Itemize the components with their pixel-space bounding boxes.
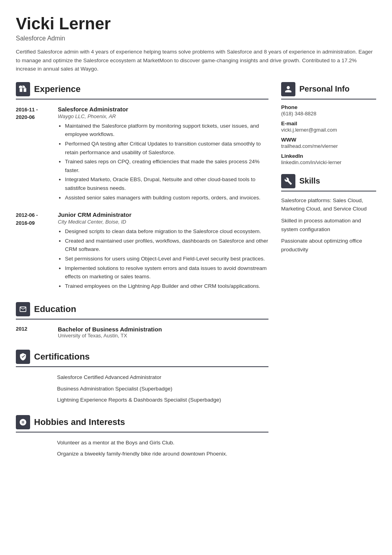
education-title: Education bbox=[34, 304, 76, 314]
exp2-bullet-3: Set permissions for users using Object-L… bbox=[65, 255, 268, 263]
skill-item-3: Passionate about optimizing office produ… bbox=[281, 237, 376, 254]
exp2-bullet-4: Implemented solutions to resolve system … bbox=[65, 264, 268, 281]
exp1-bullet-5: Assisted senior sales managers with buil… bbox=[65, 193, 268, 202]
exp2-bullet-1: Designed scripts to clean data before mi… bbox=[65, 227, 268, 236]
hobbies-section: Hobbies and Interests Volunteer as a men… bbox=[16, 415, 268, 458]
phone-value: (618) 348-8828 bbox=[281, 111, 376, 117]
personal-info-title: Personal Info bbox=[299, 84, 350, 94]
exp-entry-1: 2016-11 - 2020-06 Salesforce Administrat… bbox=[16, 106, 268, 203]
edu-entry-1: 2012 Bachelor of Business Administration… bbox=[16, 326, 268, 339]
education-section: Education 2012 Bachelor of Business Admi… bbox=[16, 302, 268, 339]
linkedin-block: LinkedIn linkedin.com/in/vicki-lerner bbox=[281, 153, 376, 165]
www-block: WWW trailhead.com/me/vlerner bbox=[281, 137, 376, 149]
skills-section: Skills Salesforce platforms: Sales Cloud… bbox=[281, 174, 376, 254]
exp2-bullet-2: Created and maintained user profiles, wo… bbox=[65, 237, 268, 254]
exp-entry-2: 2012-06 - 2016-09 Junior CRM Administrat… bbox=[16, 211, 268, 291]
www-value: trailhead.com/me/vlerner bbox=[281, 143, 376, 149]
cert-item-3: Lightning Experience Reports & Dashboard… bbox=[57, 396, 268, 404]
exp1-bullet-1: Maintained the Salesforce platform by mo… bbox=[65, 122, 268, 139]
exp2-job-title: Junior CRM Administrator bbox=[58, 211, 268, 218]
hobbies-title: Hobbies and Interests bbox=[34, 417, 125, 427]
exp2-date-start: 2012-06 - bbox=[16, 212, 38, 218]
email-value: vicki.j.lerner@gmail.com bbox=[281, 127, 376, 133]
exp1-bullet-2: Performed QA testing after Critical Upda… bbox=[65, 140, 268, 157]
hobby-item-2: Organize a biweekly family-friendly bike… bbox=[57, 450, 268, 458]
exp2-bullets: Designed scripts to clean data before mi… bbox=[58, 227, 268, 290]
linkedin-label: LinkedIn bbox=[281, 153, 376, 159]
email-block: E-mail vicki.j.lerner@gmail.com bbox=[281, 121, 376, 133]
personal-info-icon bbox=[281, 82, 295, 96]
edu1-degree: Bachelor of Business Administration bbox=[58, 326, 162, 333]
header-summary: Certified Salesforce admin with 4 years … bbox=[16, 48, 376, 73]
exp1-bullets: Maintained the Salesforce platform by mo… bbox=[58, 122, 268, 202]
header-name: Vicki Lerner bbox=[16, 14, 376, 33]
skills-icon bbox=[281, 174, 295, 188]
exp1-date-start: 2016-11 - bbox=[16, 107, 38, 113]
skill-item-1: Salesforce platforms: Sales Cloud, Marke… bbox=[281, 196, 376, 213]
skills-title: Skills bbox=[299, 176, 320, 186]
experience-section: Experience 2016-11 - 2020-06 Salesforce … bbox=[16, 82, 268, 291]
exp2-bullet-5: Trained employees on the Lightning App B… bbox=[65, 282, 268, 291]
www-label: WWW bbox=[281, 137, 376, 143]
exp2-company: City Medical Center, Boise, ID bbox=[58, 219, 268, 225]
hobby-item-1: Volunteer as a mentor at the Boys and Gi… bbox=[57, 439, 268, 447]
edu1-year: 2012 bbox=[16, 326, 51, 339]
certifications-section: Certifications Salesforce Certified Adva… bbox=[16, 350, 268, 404]
edu1-school: University of Texas, Austin, TX bbox=[58, 333, 162, 339]
certifications-icon bbox=[16, 350, 30, 364]
exp2-date-end: 2016-09 bbox=[16, 220, 35, 226]
exp1-job-title: Salesforce Administrator bbox=[58, 106, 268, 113]
certifications-title: Certifications bbox=[34, 352, 90, 362]
phone-block: Phone (618) 348-8828 bbox=[281, 104, 376, 117]
personal-info-section: Personal Info Phone (618) 348-8828 E-mai… bbox=[281, 82, 376, 165]
cert-item-2: Business Administration Specialist (Supe… bbox=[57, 385, 268, 393]
hobby-list: Volunteer as a mentor at the Boys and Gi… bbox=[16, 439, 268, 458]
header-title: Salesforce Admin bbox=[16, 35, 376, 42]
education-icon bbox=[16, 302, 30, 316]
cert-list: Salesforce Certified Advanced Administra… bbox=[16, 373, 268, 404]
skill-item-2: Skilled in process automation and system… bbox=[281, 216, 376, 233]
experience-icon bbox=[16, 82, 30, 96]
linkedin-value: linkedin.com/in/vicki-lerner bbox=[281, 159, 376, 165]
exp1-date-end: 2020-06 bbox=[16, 114, 35, 120]
cert-item-1: Salesforce Certified Advanced Administra… bbox=[57, 373, 268, 381]
phone-label: Phone bbox=[281, 104, 376, 110]
email-label: E-mail bbox=[281, 121, 376, 126]
exp1-bullet-3: Trained sales reps on CPQ, creating effi… bbox=[65, 157, 268, 174]
experience-title: Experience bbox=[34, 84, 80, 94]
exp1-bullet-4: Integrated Marketo, Oracle EBS, Drupal, … bbox=[65, 175, 268, 192]
skills-list: Salesforce platforms: Sales Cloud, Marke… bbox=[281, 196, 376, 254]
hobbies-icon bbox=[16, 415, 30, 429]
exp1-company: Waygo LLC, Phoenix, AR bbox=[58, 113, 268, 119]
